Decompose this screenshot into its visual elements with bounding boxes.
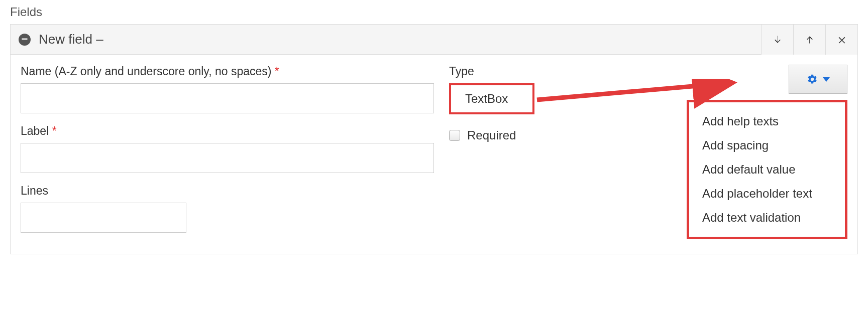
name-label: Name (A-Z only and underscore only, no s… <box>21 65 434 78</box>
required-checkbox[interactable] <box>449 130 460 141</box>
required-label: Required <box>467 128 516 142</box>
close-icon <box>837 35 847 45</box>
arrow-up-icon <box>805 35 815 45</box>
panel-body: Name (A-Z only and underscore only, no s… <box>11 55 857 254</box>
label-input[interactable] <box>21 143 434 173</box>
menu-item-help-texts[interactable]: Add help texts <box>689 109 845 133</box>
fields-panel: New field – Name (A-Z only and underscor… <box>10 24 858 254</box>
section-title: Fields <box>10 5 858 19</box>
panel-header: New field – <box>11 25 857 55</box>
collapse-icon[interactable] <box>19 34 31 46</box>
label-label: Label * <box>21 124 434 138</box>
menu-item-placeholder-text[interactable]: Add placeholder text <box>689 182 845 206</box>
settings-dropdown-menu: Add help texts Add spacing Add default v… <box>687 100 847 239</box>
type-label: Type <box>449 65 847 78</box>
remove-button[interactable] <box>825 25 857 55</box>
move-down-button[interactable] <box>761 25 793 55</box>
caret-down-icon <box>823 77 830 82</box>
arrow-down-icon <box>773 35 783 45</box>
settings-dropdown-button[interactable] <box>789 65 847 94</box>
panel-title: New field – <box>39 32 103 47</box>
lines-label: Lines <box>21 184 434 198</box>
name-input[interactable] <box>21 83 434 113</box>
menu-item-spacing[interactable]: Add spacing <box>689 133 845 157</box>
left-column: Name (A-Z only and underscore only, no s… <box>21 65 434 244</box>
type-select[interactable]: TextBox <box>449 83 534 114</box>
type-select-value: TextBox <box>465 92 508 106</box>
lines-input[interactable] <box>21 203 186 233</box>
menu-item-default-value[interactable]: Add default value <box>689 157 845 182</box>
menu-item-text-validation[interactable]: Add text validation <box>689 206 845 230</box>
move-up-button[interactable] <box>793 25 825 55</box>
header-actions <box>761 25 857 55</box>
right-column: Type TextBox Required Add help texts Add… <box>449 65 847 244</box>
gear-icon <box>807 74 818 85</box>
